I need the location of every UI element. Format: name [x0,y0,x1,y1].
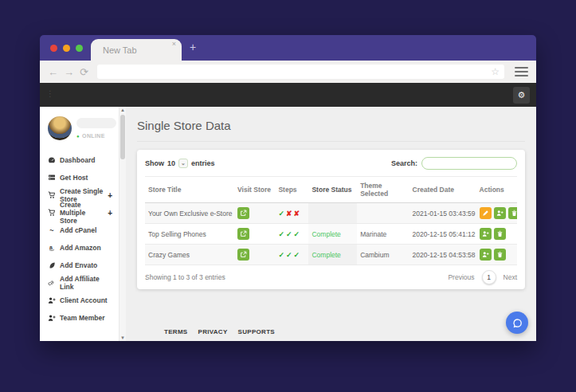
delete-button[interactable] [494,228,506,240]
sidebar-item-label: Add Envato [60,261,97,269]
avatar[interactable] [48,116,72,140]
visit-store-cell [234,203,275,224]
table-row: Crazy Games✓✓✓CompleteCambium2020-12-15 … [145,245,517,265]
assign-button[interactable] [480,249,492,261]
kebab-menu-icon[interactable]: ⋮ [46,89,54,98]
store-status-cell [308,203,357,224]
step-check-icon: ✓ [278,230,285,238]
sidebar-item-team-member[interactable]: Team Member [48,309,114,327]
search-control: Search: [391,157,517,170]
sidebar-item-add-envato[interactable]: Add Envato [48,257,114,274]
table-row: Top Selling Phones✓✓✓CompleteMarinate202… [145,224,517,245]
address-bar[interactable]: ☆ [97,65,504,79]
store-status-cell: Complete [308,245,357,265]
sidebar-item-add-amazon[interactable]: aAdd Amazon [48,239,114,257]
back-icon[interactable]: ← [48,67,58,77]
plus-icon[interactable]: + [108,209,114,218]
user-plus-icon [48,296,56,304]
browser-toolbar: ← → ⟳ ☆ [40,61,536,83]
settings-gear-button[interactable]: ⚙ [513,87,530,104]
sidebar-item-label: Add cPanel [60,226,96,234]
close-window-button[interactable] [50,45,57,52]
edit-button[interactable] [480,207,492,219]
header-theme-selected[interactable]: Theme Selected [357,177,409,203]
delete-button[interactable] [508,207,517,219]
cpanel-icon: ~ [48,226,56,234]
actions-cell [476,245,517,265]
desktop-background: New Tab × + ← → ⟳ ☆ ⋮ ⚙ [0,0,576,392]
scroll-down-icon[interactable]: ▼ [120,335,126,340]
server-icon [48,174,56,182]
minimize-window-button[interactable] [63,45,70,52]
stores-table: Store Title Visit Store Steps Store Stat… [145,176,517,265]
page-size-control: Show 10 ⌄ entries [145,159,215,168]
reload-icon[interactable]: ⟳ [80,67,88,77]
header-steps[interactable]: Steps [275,177,308,203]
sidebar-item-dashboard[interactable]: Dashboard [48,151,114,169]
terms-link[interactable]: TERMS [164,328,188,335]
page-size-select[interactable]: ⌄ [178,159,188,168]
scroll-up-icon[interactable]: ▲ [120,108,126,112]
browser-menu-icon[interactable] [515,67,528,76]
sidebar-item-create-multiple-store[interactable]: Create Multiple Store+ [48,204,114,221]
store-title-cell: Your Own Exclusive e-Store [145,203,234,224]
supports-link[interactable]: SUPPORTS [238,328,275,335]
sidebar-item-label: Client Account [60,296,108,304]
assign-button[interactable] [494,207,506,219]
sidebar-item-client-account[interactable]: Client Account [48,292,114,309]
online-dot-icon: ● [76,134,80,139]
forward-icon[interactable]: → [64,67,74,77]
sidebar-item-add-affiliate-link[interactable]: Add Affiliate Link [48,274,114,292]
created-date-cell: 2020-12-15 04:53:58 [409,245,476,265]
assign-button[interactable] [480,228,492,240]
footer-links: TERMS PRIVACY SUPPORTS [164,328,275,335]
header-store-title[interactable]: Store Title [145,177,234,203]
step-check-icon: ✓ [278,210,285,218]
tab-close-icon[interactable]: × [172,41,176,48]
previous-page-button[interactable]: Previous [448,273,474,281]
header-actions[interactable]: Actions [476,177,517,203]
cart-icon [48,209,56,217]
browser-tab[interactable]: New Tab × [91,39,182,61]
privacy-link[interactable]: PRIVACY [198,328,228,335]
theme-cell: Marinate [357,224,409,245]
scrollbar-thumb[interactable] [120,115,125,159]
dashboard-icon [48,156,56,164]
sidebar-item-label: Team Member [60,314,105,322]
table-row: Your Own Exclusive e-Store✓✘✘2021-01-15 … [145,203,517,224]
steps-cell: ✓✘✘ [275,203,308,224]
store-status-cell: Complete [308,224,357,245]
theme-cell: Cambium [357,245,409,265]
next-page-button[interactable]: Next [504,273,517,281]
show-label: Show [145,159,164,167]
sidebar: ● ONLINE DashboardGet HostCreate Single … [40,107,119,341]
sidebar-scrollbar[interactable]: ▲ ▼ [119,107,126,341]
chat-widget-button[interactable] [506,312,528,334]
sidebar-item-get-host[interactable]: Get Host [48,169,114,186]
sidebar-nav: DashboardGet HostCreate Single Store+Cre… [48,151,114,327]
actions-cell [476,224,517,245]
visit-store-button[interactable] [237,228,249,240]
header-store-status[interactable]: Store Status [308,177,357,203]
header-visit-store[interactable]: Visit Store [234,177,275,203]
bookmark-star-icon[interactable]: ☆ [491,67,500,76]
envato-leaf-icon [48,261,56,269]
page-1-button[interactable]: 1 [482,270,496,284]
search-input[interactable] [421,157,517,170]
header-created-date[interactable]: Created Date [409,177,476,203]
browser-titlebar: New Tab × + [40,35,536,61]
created-date-cell: 2021-01-15 03:43:59 [409,203,476,224]
delete-button[interactable] [494,249,506,261]
visit-store-button[interactable] [237,249,249,261]
plus-icon[interactable]: + [108,191,114,200]
step-check-icon: ✓ [286,251,293,259]
table-footer: Showing 1 to 3 of 3 entries Previous 1 N… [145,265,517,289]
visit-store-button[interactable] [237,207,249,219]
amazon-icon: a [48,244,56,252]
maximize-window-button[interactable] [76,45,83,52]
new-tab-button[interactable]: + [190,41,196,53]
actions-cell [476,203,517,224]
cart-icon [48,191,56,199]
chevron-down-icon: ⌄ [181,160,186,167]
entries-label: entries [191,159,215,167]
